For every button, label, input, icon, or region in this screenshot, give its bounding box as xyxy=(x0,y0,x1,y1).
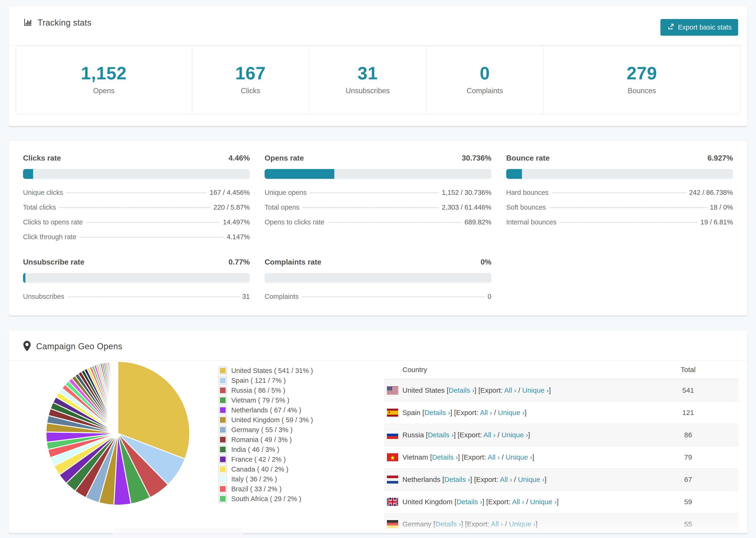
geo-table-country-cell: Vietnam [Details ›] [Export: All › / Uni… xyxy=(398,453,638,461)
legend-item: Russia ( 86 / 5% ) xyxy=(219,385,313,395)
export-unique-link[interactable]: Unique › xyxy=(530,498,557,506)
rate-detail-value: 242 / 86.738% xyxy=(689,189,733,196)
export-basic-stats-button[interactable]: Export basic stats xyxy=(661,19,738,36)
rate-title: Opens rate xyxy=(265,154,304,162)
rate-detail-row: Clicks to opens rate14.497% xyxy=(23,218,250,226)
rate-detail-label: Unique opens xyxy=(265,189,307,196)
geo-table-row: United States [Details ›] [Export: All ›… xyxy=(384,379,739,402)
rates-grid: Clicks rate4.46%Unique clicks167 / 4.456… xyxy=(23,154,733,300)
gb-flag-icon xyxy=(387,498,398,506)
legend-label: Russia ( 86 / 5% ) xyxy=(231,387,285,394)
export-label: [Export: xyxy=(474,476,500,483)
legend-item: Canada ( 40 / 2% ) xyxy=(219,464,313,474)
export-unique-link[interactable]: Unique › xyxy=(509,520,536,528)
page-title: Tracking stats xyxy=(37,18,91,28)
rate-detail-label: Unsubscribes xyxy=(23,293,64,300)
slash: / xyxy=(496,431,502,439)
export-all-link[interactable]: All › xyxy=(488,453,500,461)
export-label: [Export: xyxy=(458,431,483,439)
rate-detail-row: Click through rate4.147% xyxy=(23,233,250,241)
export-all-link[interactable]: All › xyxy=(504,386,516,394)
geo-pie-chart xyxy=(45,360,190,505)
export-all-link[interactable]: All › xyxy=(491,520,503,528)
rate-section-bounce-rate: Bounce rate6.927%Hard bounces242 / 86.73… xyxy=(506,154,733,241)
geo-table-total-cell: 67 xyxy=(638,476,739,484)
rate-detail-row: Internal bounces19 / 6.81% xyxy=(506,218,733,226)
rate-detail-label: Hard bounces xyxy=(506,189,549,196)
stat-value: 167 xyxy=(195,63,307,83)
progress-bar-track xyxy=(506,169,733,179)
details-link[interactable]: Details › xyxy=(432,453,458,461)
rate-detail-row: Total clicks220 / 5.87% xyxy=(23,203,250,211)
rate-head: Opens rate30.736% xyxy=(265,154,491,162)
export-unique-link[interactable]: Unique › xyxy=(522,386,549,394)
bar-chart-icon xyxy=(23,18,32,28)
export-unique-link[interactable]: Unique › xyxy=(506,453,532,461)
rate-detail-label: Internal bounces xyxy=(506,218,557,226)
legend-swatch xyxy=(219,446,227,453)
bracket: ] xyxy=(450,409,454,416)
legend-swatch xyxy=(219,367,227,374)
dotted-leader xyxy=(67,192,206,193)
rate-detail-row: Complaints0 xyxy=(265,293,491,300)
bracket: [ xyxy=(445,386,449,394)
legend-item: United States ( 541 / 31% ) xyxy=(219,366,313,376)
legend-item: United Kingdom ( 59 / 3% ) xyxy=(219,415,313,425)
rate-detail-row: Opens to clicks rate689.82% xyxy=(265,218,491,226)
country-name: United Kingdom xyxy=(403,498,453,506)
rate-head: Complaints rate0% xyxy=(265,258,491,266)
bracket: ] xyxy=(458,453,462,461)
legend-item: Germany ( 55 / 3% ) xyxy=(219,425,313,435)
vn-flag-icon xyxy=(387,453,398,461)
details-link[interactable]: Details › xyxy=(444,476,470,483)
rate-detail-row: Hard bounces242 / 86.738% xyxy=(506,189,733,196)
bracket: ] xyxy=(470,476,474,483)
legend-label: Germany ( 55 / 3% ) xyxy=(231,426,293,434)
details-link[interactable]: Details › xyxy=(428,431,454,439)
legend-swatch xyxy=(219,426,227,434)
rate-detail-value: 19 / 6.81% xyxy=(700,218,733,226)
export-unique-link[interactable]: Unique › xyxy=(518,476,544,483)
rate-detail-label: Opens to clicks rate xyxy=(265,218,324,226)
geo-table-header-country: Country xyxy=(384,366,638,374)
country-name: Russia xyxy=(403,431,424,439)
pie-slice xyxy=(118,361,118,433)
export-all-link[interactable]: All › xyxy=(480,409,492,416)
export-unique-link[interactable]: Unique › xyxy=(502,431,528,439)
geo-table-total-cell: 121 xyxy=(638,409,739,417)
dotted-leader xyxy=(560,222,697,223)
background-artifact xyxy=(113,528,243,538)
slash: / xyxy=(516,386,522,394)
dotted-leader xyxy=(549,207,706,208)
export-unique-link[interactable]: Unique › xyxy=(498,409,524,416)
details-link[interactable]: Details › xyxy=(449,386,474,394)
dotted-leader xyxy=(303,207,438,208)
geo-table-total-cell: 79 xyxy=(638,453,739,461)
rate-detail-label: Total opens xyxy=(265,203,299,211)
export-all-link[interactable]: All › xyxy=(483,431,496,439)
dotted-leader xyxy=(552,192,686,193)
legend-swatch xyxy=(219,485,227,493)
rate-detail-row: Unique clicks167 / 4.456% xyxy=(23,189,250,196)
progress-bar-fill xyxy=(506,169,522,179)
geo-table-row: Netherlands [Details ›] [Export: All › /… xyxy=(384,468,739,491)
progress-bar-track xyxy=(265,169,491,179)
rate-detail-row: Unsubscribes31 xyxy=(23,293,250,300)
rate-detail-value: 167 / 4.456% xyxy=(210,189,250,196)
bracket: [ xyxy=(428,453,432,461)
bracket: ] xyxy=(536,520,537,528)
details-link[interactable]: Details › xyxy=(457,498,482,506)
country-name: Spain xyxy=(403,409,420,416)
dotted-leader xyxy=(86,222,220,223)
legend-label: France ( 42 / 2% ) xyxy=(231,456,286,463)
rate-detail-value: 14.497% xyxy=(223,218,250,226)
legend-label: Netherlands ( 67 / 4% ) xyxy=(231,406,301,414)
legend-swatch xyxy=(219,436,227,443)
nl-flag-icon xyxy=(387,476,398,484)
details-link[interactable]: Details › xyxy=(435,520,461,528)
export-all-link[interactable]: All › xyxy=(500,476,512,483)
details-link[interactable]: Details › xyxy=(424,409,450,416)
slash: / xyxy=(524,498,530,506)
rate-value: 0.77% xyxy=(229,258,250,266)
export-all-link[interactable]: All › xyxy=(512,498,524,506)
